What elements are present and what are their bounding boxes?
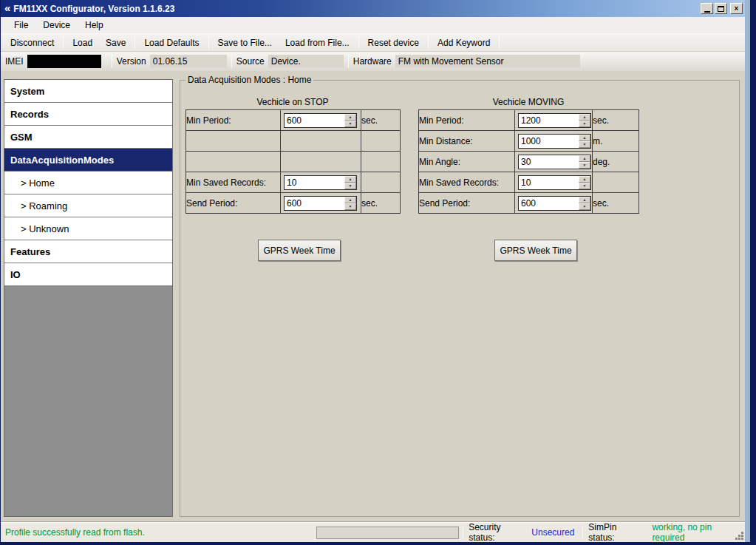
spin-up-icon[interactable]: ▲ (579, 176, 590, 183)
table-row: Min Saved Records: ▲▼ (186, 172, 401, 193)
send-period-label: Send Period: (419, 193, 515, 214)
spin-down-icon[interactable]: ▼ (579, 203, 590, 210)
min-period-spinner: ▲▼ (518, 113, 591, 128)
min-angle-label: Min Angle: (419, 152, 515, 172)
unit-label: deg. (593, 152, 639, 172)
toolbar-separator (358, 36, 359, 49)
send-period-label: Send Period: (186, 193, 281, 214)
spin-up-icon[interactable]: ▲ (579, 114, 590, 121)
app-window: « FM11XX Configurator, Version 1.1.6.23 … (1, 0, 750, 542)
sidebar-item-unknown[interactable]: > Unknown (4, 217, 172, 240)
maximize-icon (718, 6, 724, 12)
save-to-file-button[interactable]: Save to File... (211, 35, 279, 51)
infobar-separator (231, 55, 232, 68)
load-from-file-button[interactable]: Load from File... (279, 35, 356, 51)
simpin-status-label: SimPin status: (588, 522, 643, 543)
imei-label: IMEI (5, 56, 24, 67)
menu-bar: File Device Help (1, 17, 745, 33)
window-title: FM11XX Configurator, Version 1.1.6.23 (13, 4, 699, 14)
statusbar-separator (463, 527, 463, 539)
infobar-separator (348, 55, 349, 68)
sidebar-item-features[interactable]: Features (4, 240, 172, 263)
hardware-label: Hardware (353, 56, 392, 67)
reset-device-button[interactable]: Reset device (361, 35, 426, 51)
spin-up-icon[interactable]: ▲ (344, 176, 356, 183)
close-button[interactable]: × (730, 3, 743, 14)
data-acquisition-groupbox: Data Acquisition Modes : Home Vechicle o… (180, 80, 740, 517)
min-distance-spinner: ▲▼ (518, 134, 591, 149)
sidebar-item-roaming[interactable]: > Roaming (4, 194, 172, 217)
version-value: 01.06.15 (150, 55, 227, 68)
send-period-input[interactable] (285, 197, 344, 210)
min-period-spinner: ▲▼ (284, 113, 357, 128)
gprs-week-time-stop-button[interactable]: GPRS Week Time (258, 240, 341, 261)
spin-down-icon[interactable]: ▼ (579, 162, 590, 169)
toolbar-separator (63, 36, 64, 49)
menu-device[interactable]: Device (35, 18, 78, 33)
gprs-week-time-moving-button[interactable]: GPRS Week Time (494, 240, 577, 261)
min-period-input[interactable] (519, 114, 579, 127)
main-area: System Records GSM DataAcquisitionModes … (1, 71, 745, 522)
spin-down-icon[interactable]: ▼ (344, 203, 356, 210)
min-angle-input[interactable] (519, 155, 579, 169)
spin-down-icon[interactable]: ▼ (579, 183, 590, 189)
toolbar-separator (134, 36, 135, 49)
unit-label: sec. (593, 110, 639, 131)
resize-grip[interactable] (741, 538, 743, 540)
spin-down-icon[interactable]: ▼ (579, 121, 590, 127)
sidebar-filler (4, 286, 172, 516)
imei-redacted-value (27, 55, 101, 68)
menu-help[interactable]: Help (78, 18, 111, 33)
spin-up-icon[interactable]: ▲ (344, 114, 356, 121)
min-period-input[interactable] (285, 114, 344, 127)
sidebar-item-dataacquisitionmodes[interactable]: DataAcquisitionModes (4, 149, 172, 172)
unit-label: sec. (593, 193, 639, 214)
spin-down-icon[interactable]: ▼ (579, 141, 590, 148)
min-distance-input[interactable] (519, 135, 579, 148)
send-period-input[interactable] (519, 197, 579, 210)
sidebar-item-gsm[interactable]: GSM (4, 126, 172, 149)
toolbar: Disconnect Load Save Load Defaults Save … (1, 33, 745, 52)
sidebar-item-system[interactable]: System (4, 80, 172, 103)
version-label: Version (117, 56, 146, 67)
table-row: Min Period: ▲▼ sec. (186, 110, 401, 131)
load-defaults-button[interactable]: Load Defaults (137, 35, 205, 51)
toolbar-separator (428, 36, 429, 49)
save-button[interactable]: Save (99, 35, 132, 51)
simpin-status-value: working, no pin required (652, 522, 743, 543)
vehicle-on-stop-table: Min Period: ▲▼ sec. (185, 109, 401, 214)
vehicle-on-stop-title: Vechicle on STOP (185, 97, 400, 107)
min-saved-records-input[interactable] (519, 176, 579, 189)
min-saved-records-spinner: ▲▼ (284, 175, 357, 190)
disconnect-button[interactable]: Disconnect (4, 35, 61, 51)
min-saved-records-input[interactable] (285, 176, 344, 189)
spin-up-icon[interactable]: ▲ (579, 135, 590, 141)
hardware-value: FM with Movement Sensor (395, 55, 580, 68)
send-period-spinner: ▲▼ (518, 196, 591, 211)
sidebar-item-records[interactable]: Records (4, 103, 172, 126)
table-row: Send Period: ▲▼ sec. (419, 193, 639, 214)
table-row: Send Period: ▲▼ sec. (186, 193, 401, 214)
spin-down-icon[interactable]: ▼ (344, 121, 356, 127)
spin-up-icon[interactable]: ▲ (579, 155, 590, 162)
minimize-button[interactable] (701, 3, 713, 14)
spin-down-icon[interactable]: ▼ (344, 183, 356, 189)
menu-file[interactable]: File (7, 18, 35, 33)
table-row: Min Saved Records: ▲▼ (419, 172, 639, 193)
unit-label: sec. (361, 110, 401, 131)
sidebar-item-home[interactable]: > Home (4, 172, 172, 194)
maximize-button[interactable] (715, 3, 727, 14)
source-value: Device. (268, 55, 344, 68)
sidebar-item-io[interactable]: IO (4, 263, 172, 286)
statusbar-separator (582, 527, 583, 539)
min-angle-spinner: ▲▼ (518, 155, 591, 169)
security-status-value: Unsecured (531, 527, 574, 538)
min-saved-records-label: Min Saved Records: (419, 172, 515, 193)
load-button[interactable]: Load (66, 35, 99, 51)
toolbar-separator (499, 36, 500, 49)
table-row (186, 152, 401, 172)
spin-up-icon[interactable]: ▲ (344, 197, 356, 203)
spin-up-icon[interactable]: ▲ (579, 197, 590, 203)
min-period-label: Min Period: (419, 110, 515, 131)
add-keyword-button[interactable]: Add Keyword (431, 35, 497, 51)
